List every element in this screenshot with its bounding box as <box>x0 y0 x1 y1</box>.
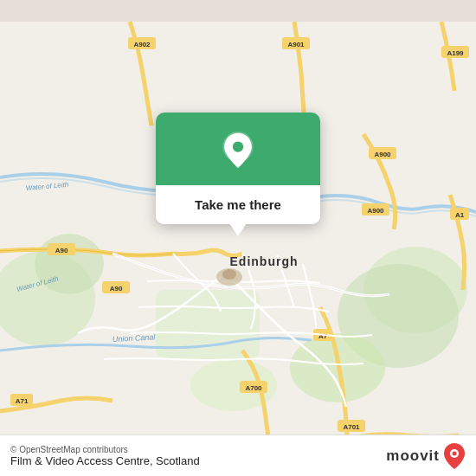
moovit-logo[interactable]: moovit <box>386 442 466 470</box>
map-container: A90 A90 A902 A901 A900 A900 A199 A1 A71 <box>0 0 476 476</box>
svg-text:A1: A1 <box>455 211 465 219</box>
svg-text:A90: A90 <box>110 285 123 293</box>
svg-text:A199: A199 <box>447 49 464 57</box>
svg-text:A701: A701 <box>343 423 360 431</box>
popup-header <box>156 113 320 185</box>
svg-text:A900: A900 <box>374 151 391 158</box>
location-title: Film & Video Access Centre, Scotland <box>10 454 200 467</box>
popup-card: Take me there <box>156 113 320 224</box>
info-bar: © OpenStreetMap contributors Film & Vide… <box>0 434 476 476</box>
svg-point-41 <box>453 451 457 455</box>
svg-text:A900: A900 <box>367 207 384 215</box>
svg-text:A901: A901 <box>287 41 305 48</box>
svg-text:Edinburgh: Edinburgh <box>230 254 299 268</box>
location-pin-icon <box>219 132 257 170</box>
moovit-logo-icon <box>443 442 466 470</box>
svg-text:A71: A71 <box>16 397 29 405</box>
svg-text:A902: A902 <box>133 41 151 48</box>
copyright-text: © OpenStreetMap contributors <box>10 445 200 454</box>
svg-text:A7: A7 <box>318 332 328 340</box>
svg-point-39 <box>233 141 243 151</box>
svg-text:A90: A90 <box>55 247 68 254</box>
moovit-logo-text: moovit <box>386 447 440 465</box>
map-background: A90 A90 A902 A901 A900 A900 A199 A1 A71 <box>0 0 476 476</box>
take-me-there-button[interactable]: Take me there <box>156 185 320 224</box>
svg-text:A700: A700 <box>245 384 262 392</box>
svg-point-37 <box>222 269 236 280</box>
popup-tail <box>229 223 247 236</box>
info-bar-left: © OpenStreetMap contributors Film & Vide… <box>10 445 200 467</box>
